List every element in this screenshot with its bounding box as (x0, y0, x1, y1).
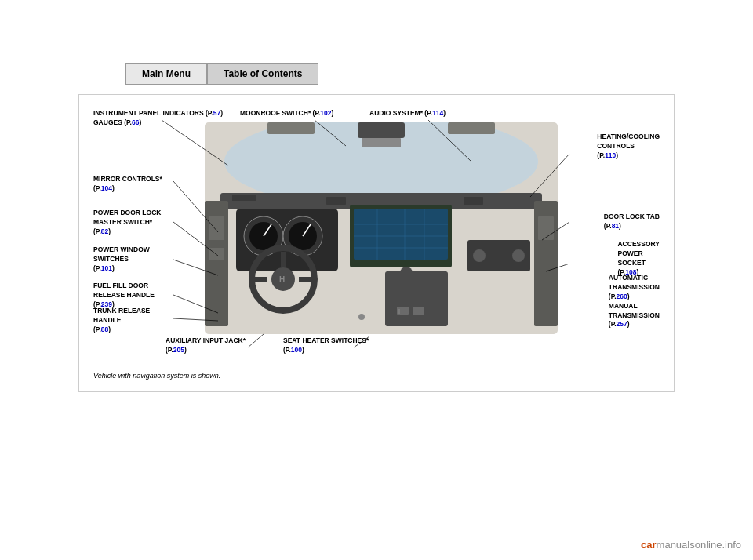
diagram-container: H (78, 94, 675, 392)
label-power-window: POWER WINDOWSWITCHES(P.101) (93, 245, 150, 274)
svg-rect-39 (326, 197, 346, 205)
svg-rect-30 (538, 216, 554, 240)
main-menu-button[interactable]: Main Menu (126, 63, 207, 85)
footnote-text: Vehicle with navigation system is shown. (93, 372, 220, 380)
label-mirror-controls: MIRROR CONTROLS*(P.104) (93, 175, 162, 194)
svg-text:H: H (279, 275, 285, 284)
watermark: carmanualsonline.info (641, 539, 741, 551)
svg-rect-35 (358, 122, 405, 138)
label-power-door-lock: POWER DOOR LOCKMASTER SWITCH*(P.82) (93, 209, 161, 237)
svg-rect-27 (209, 216, 224, 240)
diagram-inner: H (87, 103, 666, 384)
svg-rect-44 (232, 195, 256, 201)
svg-rect-33 (413, 307, 424, 315)
car-dashboard-svg: H (205, 122, 558, 334)
label-seat-heater: SEAT HEATER SWITCHES*(P.100) (283, 336, 369, 355)
svg-rect-31 (385, 271, 448, 326)
svg-line-57 (248, 334, 264, 347)
svg-rect-11 (354, 209, 448, 260)
label-audio-system: AUDIO SYSTEM* (P.114) (369, 109, 446, 118)
svg-rect-32 (397, 307, 409, 315)
svg-point-34 (358, 314, 365, 320)
table-of-contents-button[interactable]: Table of Contents (207, 63, 318, 85)
label-heating-cooling: HEATING/COOLINGCONTROLS(P.110) (597, 133, 660, 161)
svg-rect-28 (209, 248, 224, 260)
svg-point-43 (512, 249, 525, 262)
label-fuel-fill: FUEL FILL DOORRELEASE HANDLE(P.239) (93, 282, 155, 310)
label-door-lock-tab: DOOR LOCK TAB(P.81) (604, 213, 660, 231)
svg-rect-40 (464, 197, 483, 205)
svg-rect-36 (362, 138, 401, 147)
label-trunk-release: TRUNK RELEASEHANDLE(P.88) (93, 307, 150, 335)
svg-rect-38 (448, 122, 495, 134)
label-accessory-power: ACCESSORYPOWERSOCKET(P.108) (617, 240, 660, 278)
label-moonroof: MOONROOF SWITCH* (P.102) (240, 109, 333, 118)
svg-point-42 (473, 249, 486, 262)
label-instrument-panel: INSTRUMENT PANEL INDICATORS (P.57) GAUGE… (93, 109, 223, 128)
top-navigation: Main Menu Table of Contents (126, 63, 318, 85)
svg-rect-37 (267, 122, 315, 134)
label-transmission: AUTOMATICTRANSMISSION(P.260)MANUALTRANSM… (609, 274, 660, 329)
label-auxiliary-input: AUXILIARY INPUT JACK*(P.205) (166, 336, 246, 355)
